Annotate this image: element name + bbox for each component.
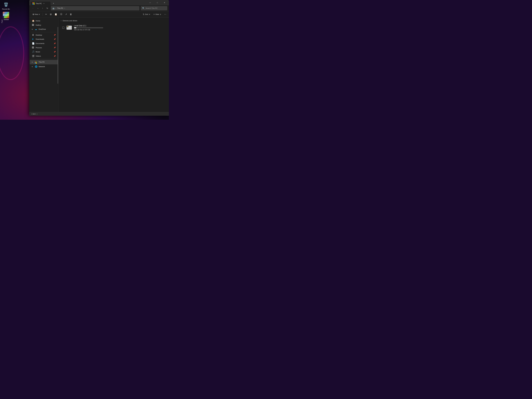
toolbar: ⊕ New ∨ ✂ ⊞ 📋 Ⓐ ↗ 🗑 ⇅ Sort ∨: [29, 11, 169, 18]
drive-item-c[interactable]: Local Disk (C:) 438 GB free of 476 GB: [61, 23, 114, 32]
address-bar[interactable]: 💻 > This PC >: [51, 6, 139, 10]
sidebar-item-gallery[interactable]: 🖼 Gallery: [30, 23, 58, 27]
sidebar-item-onedrive[interactable]: ▶ ☁ OneDrive: [30, 27, 58, 31]
search-placeholder: Search This PC: [146, 7, 158, 9]
drive-name: Local Disk (C:): [74, 25, 103, 27]
title-bar: This PC ✕ + — □ ✕: [29, 0, 169, 5]
cut-icon: ✂: [45, 13, 47, 16]
nav-bar: ← → ↑ ↻ 💻 > This PC > 🔍 Search This PC: [29, 5, 169, 11]
sidebar-item-network[interactable]: ▶ 🌐 Network: [30, 64, 58, 69]
new-tab-button[interactable]: +: [52, 2, 55, 5]
new-plus-icon: ⊕: [32, 13, 34, 16]
address-sep1: >: [55, 7, 56, 9]
glow-curve: [0, 27, 24, 80]
onedrive-expand-icon: ▶: [32, 28, 33, 30]
new-chevron-icon: ∨: [39, 13, 40, 15]
sidebar-scrollbar-thumb: [57, 27, 58, 84]
share-icon: ↗: [65, 13, 67, 16]
sidebar-documents-label: Documents: [36, 42, 44, 44]
tab-close-button[interactable]: ✕: [43, 2, 45, 5]
drive-info: Local Disk (C:) 438 GB free of 476 GB: [74, 25, 103, 31]
drive-icon-area: [66, 25, 72, 31]
computer-icon: 💻: [52, 7, 55, 9]
view-chevron-icon: ∨: [160, 13, 161, 15]
music-icon: 🎵: [32, 51, 34, 53]
paste-button[interactable]: 📋: [53, 12, 58, 17]
search-icon: 🔍: [142, 7, 145, 9]
address-path: This PC: [57, 7, 63, 9]
desktop-pin-icon: 📌: [54, 34, 56, 36]
rename-button[interactable]: Ⓐ: [59, 12, 63, 17]
paste-icon: 📋: [55, 13, 57, 16]
sidebar-item-downloads[interactable]: ⬇ Downloads 📌: [30, 37, 58, 41]
videos-pin-icon: 📌: [54, 55, 56, 57]
winrar-label: WinRAR: [3, 19, 9, 20]
sort-chevron-icon: ∨: [149, 13, 150, 15]
videos-icon: 🎬: [32, 55, 34, 57]
up-button[interactable]: ↑: [40, 6, 45, 10]
back-button[interactable]: ←: [31, 6, 35, 10]
documents-icon: 📄: [32, 42, 34, 45]
sidebar-item-pictures[interactable]: 🖼 Pictures 📌: [30, 46, 58, 50]
sidebar-item-desktop[interactable]: 🖥 Desktop 📌: [30, 33, 58, 37]
recycle-bin-image: 🗑️: [3, 1, 9, 8]
new-label: New: [35, 13, 38, 15]
windows-logo-icon: [32, 2, 35, 5]
sidebar-item-home[interactable]: 🏠 Home: [30, 19, 58, 23]
pictures-icon: 🖼: [32, 46, 34, 49]
maximize-button[interactable]: □: [154, 1, 160, 5]
sidebar-downloads-label: Downloads: [36, 38, 44, 40]
sort-button[interactable]: ⇅ Sort ∨: [141, 12, 152, 17]
sidebar-item-videos[interactable]: 🎬 Videos 📌: [30, 54, 58, 58]
delete-button[interactable]: 🗑: [69, 12, 73, 17]
sidebar-gallery-label: Gallery: [36, 24, 41, 26]
thispc-expand-icon: ▶: [32, 61, 33, 63]
sidebar: 🏠 Home 🖼 Gallery ▶ ☁ OneDrive 🖥 Desktop …: [29, 18, 58, 112]
view-label: View: [155, 13, 159, 15]
pictures-pin-icon: 📌: [54, 47, 56, 49]
copy-icon: ⊞: [50, 13, 52, 16]
left-panel-strip: Panel: [0, 16, 4, 27]
tab-label: This PC: [36, 3, 42, 5]
network-icon: 🌐: [35, 65, 37, 68]
share-button[interactable]: ↗: [64, 12, 68, 17]
sidebar-divider-1: [31, 32, 57, 32]
new-button[interactable]: ⊕ New ∨: [31, 12, 42, 17]
more-options-button[interactable]: ···: [163, 12, 167, 17]
title-bar-controls: — □ ✕: [147, 1, 168, 5]
recycle-bin-icon[interactable]: 🗑️ Recycle Bin: [1, 1, 11, 10]
address-sep2: >: [64, 7, 65, 9]
copy-button[interactable]: ⊞: [49, 12, 53, 17]
network-expand-icon: ▶: [32, 66, 33, 67]
sidebar-pictures-label: Pictures: [36, 47, 42, 49]
drive-checkbox[interactable]: [62, 27, 64, 29]
sidebar-item-thispc[interactable]: ▶ This PC: [30, 60, 58, 64]
minimize-button[interactable]: —: [147, 1, 153, 5]
explorer-tab[interactable]: This PC ✕: [31, 2, 51, 5]
forward-button[interactable]: →: [36, 6, 40, 10]
cut-button[interactable]: ✂: [44, 12, 48, 17]
sidebar-divider-2: [31, 59, 57, 59]
view-button[interactable]: ≡ View ∨: [152, 12, 163, 17]
sidebar-thispc-label: This PC: [38, 61, 45, 63]
search-box[interactable]: 🔍 Search This PC: [141, 6, 167, 10]
drive-progress-fill: [74, 27, 76, 28]
sort-label: Sort: [145, 13, 148, 15]
view-icon: ≡: [153, 13, 155, 15]
desktop-icon: 🖥: [32, 34, 34, 36]
sidebar-network-label: Network: [38, 66, 45, 68]
refresh-button[interactable]: ↻: [45, 6, 50, 10]
sidebar-videos-label: Videos: [36, 55, 41, 57]
documents-pin-icon: 📌: [54, 43, 56, 44]
status-cursor: |: [37, 113, 37, 115]
recycle-bin-label: Recycle Bin: [2, 8, 10, 10]
home-icon: 🏠: [32, 19, 34, 22]
sidebar-scrollbar[interactable]: [57, 18, 58, 112]
thispc-icon: [35, 61, 37, 63]
status-bar: 1 item |: [29, 112, 169, 116]
explorer-window: This PC ✕ + — □ ✕ ← → ↑ ↻ 💻 > This PC > …: [29, 0, 169, 116]
close-button[interactable]: ✕: [161, 1, 168, 5]
content-area: 🏠 Home 🖼 Gallery ▶ ☁ OneDrive 🖥 Desktop …: [29, 18, 169, 112]
sidebar-item-documents[interactable]: 📄 Documents 📌: [30, 41, 58, 45]
sidebar-item-music[interactable]: 🎵 Music 📌: [30, 50, 58, 54]
